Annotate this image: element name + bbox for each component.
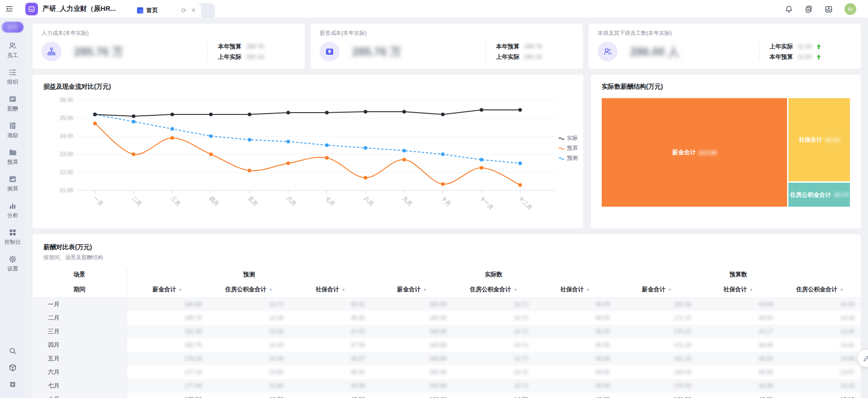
value-cell: 161.20 <box>616 393 698 398</box>
svg-text:21.00: 21.00 <box>60 187 73 194</box>
value-cell: 40.05 <box>534 311 616 325</box>
sidebar-item-console[interactable]: 控制台 <box>0 228 25 246</box>
value-cell: 13.42 <box>779 338 861 352</box>
value-cell: 14.72 <box>453 338 534 352</box>
tab-strip: 首页 ⟳ × <box>132 3 215 18</box>
documents-icon[interactable] <box>805 5 813 13</box>
line-chart-card: 损益及现金流对比(万元) 26.0025.0024.0023.0022.0021… <box>33 75 583 228</box>
sort-caret-icon[interactable]: ▼ <box>840 288 844 292</box>
value-cell: 13.07 <box>779 365 861 379</box>
sort-caret-icon[interactable]: ▼ <box>179 288 183 292</box>
treemap: 薪金合计 213.58 社保合计 55.44 住房公积金合计 16.73 <box>602 98 850 207</box>
column-header[interactable]: 社保合计▼ <box>290 281 371 298</box>
knot-icon[interactable] <box>8 380 17 389</box>
dashboard-icon <box>137 7 143 14</box>
sidebar-item-estimate[interactable]: 测算 <box>0 175 25 193</box>
value-cell: 14.72 <box>208 298 289 311</box>
table-group-header: 预算数 <box>616 268 861 281</box>
legend-item-预测[interactable]: 预测 <box>558 154 578 162</box>
treemap-block-salary[interactable]: 薪金合计 213.58 <box>602 98 787 207</box>
svg-text:五月: 五月 <box>247 195 259 207</box>
svg-text:¥: ¥ <box>328 49 331 54</box>
value-cell: 172.10 <box>616 338 698 352</box>
treemap-block-social-security[interactable]: 社保合计 55.44 <box>788 98 850 181</box>
column-header[interactable]: 住房公积金合计▼ <box>779 281 861 298</box>
sort-caret-icon[interactable]: ▼ <box>423 288 427 292</box>
column-header[interactable]: 社保合计▼ <box>698 281 779 298</box>
period-cell: 七月 <box>33 379 127 393</box>
value-cell: 14.72 <box>453 325 534 338</box>
treemap-block-housing-fund[interactable]: 住房公积金合计 16.73 <box>788 183 850 207</box>
tab-refresh-icon[interactable]: ⟳ <box>180 7 187 14</box>
treemap-label: 住房公积金合计 <box>790 191 831 199</box>
value-cell: 180.88 <box>371 338 453 352</box>
line-chart-title: 损益及现金流对比(万元) <box>43 83 572 91</box>
package-icon[interactable] <box>8 363 17 372</box>
app-logo-icon[interactable] <box>25 3 38 15</box>
value-cell: 13.28 <box>779 311 861 325</box>
table-group-header-row: 场景预测实际数预算数 <box>33 268 861 281</box>
table-row: 一月180.6514.7245.52180.6514.7245.05181.08… <box>33 298 861 311</box>
svg-text:十二月: 十二月 <box>517 195 533 211</box>
metric-label: 本年预算 <box>769 53 793 61</box>
svg-text:22.00: 22.00 <box>60 169 73 175</box>
column-header[interactable]: 薪金合计▼ <box>616 281 698 298</box>
sort-caret-icon[interactable]: ▼ <box>341 288 345 292</box>
sort-caret-icon[interactable]: ▼ <box>269 288 273 292</box>
svg-text:26.00: 26.00 <box>60 97 73 103</box>
console-grid-icon <box>8 228 17 237</box>
sidebar-item-settings[interactable]: 设置 <box>0 255 25 273</box>
value-cell: 43.05 <box>534 365 616 379</box>
bell-icon[interactable] <box>785 5 793 13</box>
treemap-title: 实际数薪酬结构(万元) <box>602 83 850 91</box>
value-cell: 14.72 <box>453 311 534 325</box>
value-cell: 45.85 <box>290 379 371 393</box>
sort-caret-icon[interactable]: ▼ <box>668 288 672 292</box>
org-chart-icon <box>42 42 61 62</box>
value-cell: 47.30 <box>290 338 371 352</box>
value-cell: 46.07 <box>290 352 371 365</box>
sidebar-item-budget[interactable]: 预算 <box>0 148 25 166</box>
inbox-icon[interactable] <box>825 5 833 13</box>
column-header[interactable]: 社保合计▼ <box>534 281 616 298</box>
value-cell: 44.05 <box>698 311 779 325</box>
legend-item-实际[interactable]: 实际 <box>558 134 578 142</box>
avatar[interactable]: liz <box>844 3 856 15</box>
value-cell: 14.72 <box>453 352 534 365</box>
sidebar: 首页 员工 组织 薪酬 激励 预算 测算 <box>0 18 25 398</box>
value-cell: 13.48 <box>779 352 861 365</box>
value-cell: 177.46 <box>127 379 208 393</box>
value-cell: 176.28 <box>127 352 208 365</box>
svg-text:十月: 十月 <box>440 195 452 207</box>
column-header[interactable]: 住房公积金合计▼ <box>208 281 289 298</box>
sidebar-item-payroll[interactable]: 薪酬 <box>0 95 25 113</box>
legend-item-预算[interactable]: 预算 <box>558 144 578 152</box>
tab-home[interactable]: 首页 ⟳ × <box>132 3 201 18</box>
value-cell: 13.10 <box>779 393 861 398</box>
sort-caret-icon[interactable]: ▼ <box>586 288 590 292</box>
sidebar-collapse-icon[interactable] <box>0 0 18 18</box>
value-cell: 180.60 <box>371 393 453 398</box>
treemap-label: 社保合计 <box>799 136 822 144</box>
table-row: 七月177.4613.8645.85180.5814.7245.05175.02… <box>33 379 861 393</box>
column-header[interactable]: 住房公积金合计▼ <box>453 281 534 298</box>
metric-label: 本年预算 <box>496 43 519 51</box>
topbar: 产研_人力业财（原HR... 首页 ⟳ × <box>0 0 868 18</box>
column-header[interactable]: 薪金合计▼ <box>371 281 453 298</box>
table-row: 四月181.7514.2547.30180.8814.7240.05172.10… <box>33 338 861 352</box>
sidebar-item-active[interactable]: 首页 <box>2 22 24 33</box>
period-cell: 六月 <box>33 365 127 379</box>
metric-label: 上年实际 <box>769 43 793 51</box>
sidebar-item-incentive[interactable]: 激励 <box>0 121 25 139</box>
search-icon[interactable] <box>8 346 17 355</box>
sidebar-item-organization[interactable]: 组织 <box>0 68 25 86</box>
kpi-card-headcount: 本级及其下级员工数(本年实际) 286.00 人 上年实际11.00 本年预算1… <box>589 24 861 69</box>
sort-caret-icon[interactable]: ▼ <box>749 288 753 292</box>
sidebar-item-employees[interactable]: 员工 <box>0 41 25 59</box>
value-cell: 14.38 <box>208 311 289 325</box>
sidebar-item-analysis[interactable]: 分析 <box>0 201 25 219</box>
tab-close-icon[interactable]: × <box>190 7 196 14</box>
kpi-title: 本级及其下级员工数(本年实际) <box>598 29 852 37</box>
column-header[interactable]: 薪金合计▼ <box>127 281 208 298</box>
sort-caret-icon[interactable]: ▼ <box>514 288 518 292</box>
